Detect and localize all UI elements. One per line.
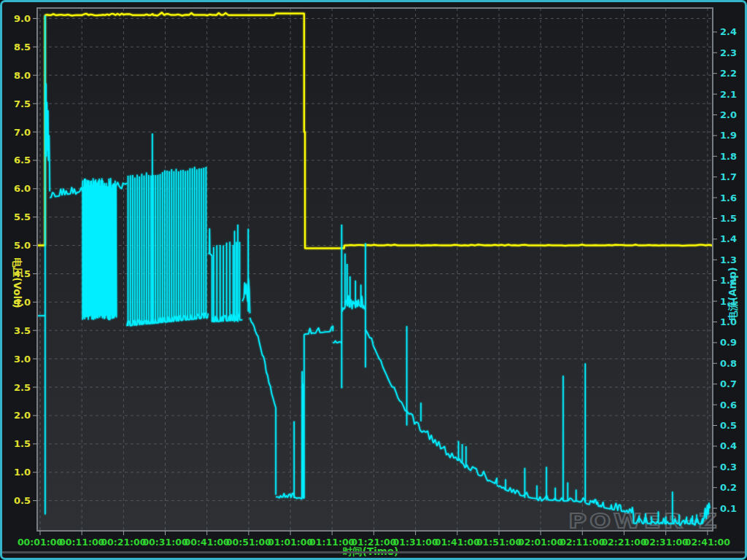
left-tick-label: 3.0	[14, 354, 31, 365]
right-tick-label: 0.8	[720, 358, 737, 369]
x-tick-label: 00:01:00	[18, 537, 63, 548]
right-tick-label: 2.2	[720, 68, 737, 79]
left-tick-label: 7.0	[14, 127, 31, 138]
right-axis-title: 电流(Amp)	[727, 267, 738, 321]
right-tick-label: 1.8	[720, 151, 737, 162]
voltage-segment	[344, 245, 713, 246]
x-tick-label: 01:41:00	[435, 537, 480, 548]
right-tick-label: 1.6	[720, 192, 737, 203]
right-tick-label: 0.3	[720, 462, 737, 472]
right-tick-label: 0.2	[720, 482, 737, 493]
left-tick-label: 7.5	[14, 98, 31, 109]
x-tick-label: 01:51:00	[476, 537, 522, 548]
powerz-chart-window: POWER-Z0.51.01.52.02.53.03.54.04.55.05.5…	[0, 0, 747, 560]
x-tick-label: 02:11:00	[560, 537, 605, 548]
left-tick-label: 2.5	[14, 382, 31, 393]
left-tick-label: 1.0	[14, 467, 31, 478]
left-tick-label: 3.5	[14, 325, 31, 336]
x-tick-label: 00:21:00	[101, 537, 146, 548]
left-tick-label: 0.5	[14, 495, 31, 506]
left-tick-label: 5.5	[14, 211, 31, 222]
right-tick-label: 1.3	[720, 254, 737, 265]
x-tick-label: 00:41:00	[185, 537, 230, 548]
right-tick-label: 2.0	[720, 109, 737, 120]
left-tick-label: 1.5	[14, 438, 31, 449]
left-tick-label: 2.0	[14, 410, 31, 421]
x-tick-label: 01:31:00	[393, 537, 438, 548]
x-tick-label: 02:31:00	[643, 537, 689, 548]
right-tick-label: 2.3	[720, 47, 737, 58]
left-tick-label: 6.0	[14, 183, 31, 194]
x-tick-label: 00:51:00	[226, 537, 271, 548]
right-tick-label: 0.9	[720, 337, 737, 348]
left-tick-label: 5.0	[14, 240, 31, 251]
left-tick-label: 8.0	[14, 70, 31, 81]
x-tick-label: 02:01:00	[518, 537, 563, 548]
bottom-strip	[2, 551, 745, 553]
right-tick-label: 1.9	[720, 130, 737, 141]
left-tick-label: 9.0	[14, 13, 31, 24]
x-tick-label: 00:11:00	[59, 537, 104, 548]
current-segment	[82, 179, 116, 320]
x-tick-label: 00:31:00	[142, 537, 187, 548]
right-tick-label: 1.5	[720, 213, 737, 224]
right-tick-label: 0.5	[720, 420, 737, 431]
current-segment	[633, 513, 634, 524]
right-tick-label: 0.4	[720, 440, 737, 451]
right-tick-label: 2.4	[720, 26, 737, 37]
x-tick-label: 02:41:00	[685, 537, 730, 548]
right-tick-label: 0.1	[720, 503, 737, 514]
right-tick-label: 0.7	[720, 378, 737, 389]
left-tick-label: 8.5	[14, 42, 31, 52]
x-tick-label: 01:01:00	[268, 537, 313, 548]
left-tick-label: 6.5	[14, 155, 31, 166]
right-tick-label: 1.7	[720, 171, 737, 182]
right-tick-label: 1.4	[720, 233, 737, 244]
left-axis-title: 电压(Volt)	[12, 257, 23, 308]
right-tick-label: 0.6	[720, 400, 737, 411]
right-tick-label: 2.1	[720, 89, 737, 100]
plot-background	[37, 8, 713, 531]
x-tick-label: 02:21:00	[601, 537, 646, 548]
power-chart-svg: POWER-Z0.51.01.52.02.53.03.54.04.55.05.5…	[2, 2, 745, 558]
